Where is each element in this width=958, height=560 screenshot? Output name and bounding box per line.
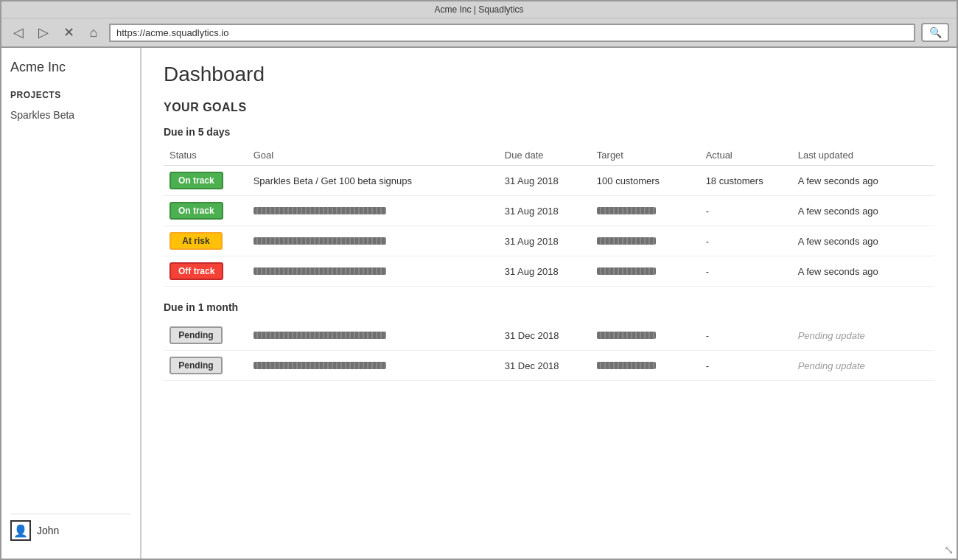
browser-body: Acme Inc PROJECTS Sparkles Beta 👤 John D… bbox=[1, 48, 957, 559]
group-due-5-days: Due in 5 days Status Goal Due date Targe… bbox=[164, 126, 934, 287]
last-updated-cell: Pending update bbox=[792, 351, 934, 381]
goal-cell bbox=[248, 351, 499, 381]
redacted-text bbox=[254, 332, 386, 339]
header-actual: Actual bbox=[700, 145, 792, 166]
status-cell: At risk bbox=[164, 226, 248, 256]
target-cell bbox=[591, 226, 700, 256]
page-title: Dashboard bbox=[164, 63, 934, 86]
actual-cell: 18 customers bbox=[700, 166, 792, 196]
sidebar-item-sparkles-beta[interactable]: Sparkles Beta bbox=[10, 106, 131, 124]
target-cell bbox=[591, 321, 700, 351]
status-cell: Off track bbox=[164, 256, 248, 287]
status-cell: On track bbox=[164, 196, 248, 226]
search-button[interactable]: 🔍 bbox=[921, 23, 949, 42]
actual-cell: - bbox=[700, 351, 792, 381]
target-cell: 100 customers bbox=[591, 166, 700, 196]
group-label-5-days: Due in 5 days bbox=[164, 126, 934, 138]
redacted-text bbox=[254, 267, 386, 275]
redacted-text bbox=[597, 267, 656, 275]
last-updated-cell: Pending update bbox=[792, 321, 934, 351]
table-row: Off track 31 Aug 2018 - A few seconds ag… bbox=[164, 256, 934, 287]
header-status: Status bbox=[164, 145, 248, 166]
last-updated-cell: A few seconds ago bbox=[792, 166, 934, 196]
actual-cell: - bbox=[700, 226, 792, 256]
group-due-1-month: Due in 1 month Pending 31 Dec 2018 bbox=[164, 301, 934, 381]
resize-handle[interactable]: ⤡ bbox=[944, 543, 954, 557]
goals-table-1-month: Pending 31 Dec 2018 - Pending up bbox=[164, 321, 934, 381]
group-label-1-month: Due in 1 month bbox=[164, 301, 934, 313]
status-badge: Off track bbox=[169, 262, 223, 280]
table-row: Pending 31 Dec 2018 - Pending up bbox=[164, 351, 934, 381]
main-content: Dashboard YOUR GOALS Due in 5 days Statu… bbox=[141, 48, 957, 559]
status-badge: Pending bbox=[169, 357, 223, 374]
goal-cell bbox=[248, 226, 499, 256]
sidebar: Acme Inc PROJECTS Sparkles Beta 👤 John bbox=[1, 48, 141, 559]
redacted-text bbox=[254, 362, 386, 369]
last-updated-cell: A few seconds ago bbox=[792, 196, 934, 226]
address-bar[interactable] bbox=[109, 24, 915, 42]
browser-titlebar: Acme Inc | Squadlytics bbox=[1, 1, 957, 18]
target-cell bbox=[591, 256, 700, 287]
actual-cell: - bbox=[700, 256, 792, 287]
redacted-text bbox=[254, 207, 386, 214]
due-date-cell: 31 Dec 2018 bbox=[499, 351, 591, 381]
table-row: On track 31 Aug 2018 - A few seconds ago bbox=[164, 196, 934, 226]
status-badge: On track bbox=[169, 172, 223, 189]
redacted-text bbox=[597, 332, 656, 339]
sidebar-section-label: PROJECTS bbox=[10, 90, 131, 100]
redacted-text bbox=[597, 362, 656, 369]
sidebar-bottom: 👤 John bbox=[10, 514, 131, 547]
goal-cell bbox=[248, 321, 499, 351]
goals-table-5-days: Status Goal Due date Target Actual Last … bbox=[164, 145, 934, 287]
goal-cell bbox=[248, 196, 499, 226]
goal-cell bbox=[248, 256, 499, 287]
status-badge: Pending bbox=[169, 326, 223, 344]
due-date-cell: 31 Aug 2018 bbox=[499, 226, 591, 256]
last-updated-cell: A few seconds ago bbox=[792, 256, 934, 287]
redacted-text bbox=[597, 237, 656, 245]
user-avatar: 👤 bbox=[10, 520, 31, 541]
redacted-text bbox=[597, 207, 656, 214]
browser-toolbar: ◁ ▷ ✕ ⌂ 🔍 bbox=[1, 18, 957, 48]
last-updated-cell: A few seconds ago bbox=[792, 226, 934, 256]
target-cell bbox=[591, 196, 700, 226]
stop-button[interactable]: ✕ bbox=[59, 23, 78, 42]
back-button[interactable]: ◁ bbox=[9, 23, 28, 42]
your-goals-label: YOUR GOALS bbox=[164, 101, 934, 114]
actual-cell: - bbox=[700, 196, 792, 226]
forward-button[interactable]: ▷ bbox=[34, 23, 53, 42]
table-row: At risk 31 Aug 2018 - A few seconds ago bbox=[164, 226, 934, 256]
status-cell: Pending bbox=[164, 351, 248, 381]
redacted-text bbox=[254, 237, 386, 245]
due-date-cell: 31 Aug 2018 bbox=[499, 166, 591, 196]
status-cell: Pending bbox=[164, 321, 248, 351]
table-row: On track Sparkles Beta / Get 100 beta si… bbox=[164, 166, 934, 196]
company-name: Acme Inc bbox=[10, 60, 131, 75]
browser-title: Acme Inc | Squadlytics bbox=[434, 4, 523, 15]
status-badge: At risk bbox=[169, 232, 223, 250]
actual-cell: - bbox=[700, 321, 792, 351]
goal-cell[interactable]: Sparkles Beta / Get 100 beta signups bbox=[248, 166, 499, 196]
table-header-row: Status Goal Due date Target Actual Last … bbox=[164, 145, 934, 166]
header-target: Target bbox=[591, 145, 700, 166]
home-button[interactable]: ⌂ bbox=[84, 23, 103, 42]
sidebar-top: Acme Inc PROJECTS Sparkles Beta bbox=[10, 60, 131, 124]
status-cell: On track bbox=[164, 166, 248, 196]
target-cell bbox=[591, 351, 700, 381]
due-date-cell: 31 Aug 2018 bbox=[499, 196, 591, 226]
browser-window: Acme Inc | Squadlytics ◁ ▷ ✕ ⌂ 🔍 Acme In… bbox=[0, 0, 958, 560]
header-due-date: Due date bbox=[499, 145, 591, 166]
status-badge: On track bbox=[169, 202, 223, 220]
table-row: Pending 31 Dec 2018 - Pending up bbox=[164, 321, 934, 351]
header-last-updated: Last updated bbox=[792, 145, 934, 166]
user-icon: 👤 bbox=[13, 524, 28, 538]
due-date-cell: 31 Aug 2018 bbox=[499, 256, 591, 287]
due-date-cell: 31 Dec 2018 bbox=[499, 321, 591, 351]
user-name: John bbox=[37, 525, 59, 536]
header-goal: Goal bbox=[248, 145, 499, 166]
